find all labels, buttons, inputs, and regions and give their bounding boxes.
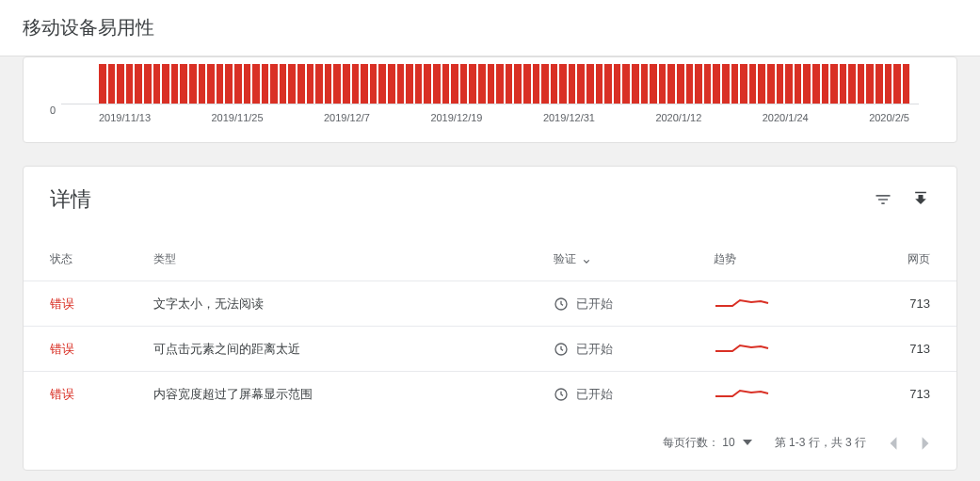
chart-bar <box>777 64 784 104</box>
column-header-validation-label: 验证 <box>554 251 576 267</box>
chart-bar <box>704 64 712 104</box>
chart-bar <box>893 64 901 104</box>
type-cell: 可点击元素之间的距离太近 <box>153 341 554 358</box>
chart-bar <box>469 64 476 104</box>
type-cell: 内容宽度超过了屏幕显示范围 <box>153 386 554 403</box>
chart-bar <box>695 64 702 104</box>
column-header-pages: 网页 <box>855 251 930 267</box>
chart-bar <box>117 64 124 104</box>
table-row[interactable]: 错误可点击元素之间的距离太近已开始713 <box>24 326 956 371</box>
chart-bar <box>604 64 612 104</box>
clock-icon <box>554 387 569 402</box>
chart-bar <box>315 64 323 104</box>
chart-bar <box>622 64 630 104</box>
table-row[interactable]: 错误内容宽度超过了屏幕显示范围已开始713 <box>24 371 956 416</box>
chart-bar <box>207 64 215 104</box>
chart-bar <box>415 64 423 104</box>
chart-bar <box>451 64 458 104</box>
validation-label: 已开始 <box>576 296 613 313</box>
chart-bar <box>577 64 585 104</box>
chart-bar <box>830 64 838 104</box>
content-container: 0 2019/11/132019/11/252019/12/72019/12/1… <box>0 56 980 471</box>
chart-bar <box>488 64 495 104</box>
chart-bar <box>659 64 667 104</box>
validation-cell: 已开始 <box>554 386 714 403</box>
chart-bar <box>424 64 431 104</box>
details-title: 详情 <box>50 185 91 214</box>
chart-bar <box>297 64 305 104</box>
filter-icon[interactable] <box>874 190 892 209</box>
chart-bar <box>252 64 260 104</box>
chart-bar <box>876 64 883 104</box>
chart-bar <box>433 64 441 104</box>
chart-bar <box>586 64 594 104</box>
pages-cell: 713 <box>855 297 930 311</box>
chevron-right-icon <box>921 436 930 451</box>
chart-bar <box>189 64 197 104</box>
chart-card: 0 2019/11/132019/11/252019/12/72019/12/1… <box>23 56 957 143</box>
x-axis-label: 2019/11/13 <box>99 112 151 123</box>
chevron-left-icon <box>889 436 898 451</box>
download-icon[interactable] <box>911 190 930 209</box>
chart-bar <box>171 64 179 104</box>
chart-bar <box>496 64 504 104</box>
chart-bar <box>514 64 522 104</box>
sparkline-icon <box>714 293 770 312</box>
chart-bar <box>551 64 558 104</box>
validation-cell: 已开始 <box>554 341 714 358</box>
trend-cell <box>714 338 855 360</box>
x-axis-label: 2020/1/24 <box>763 112 809 123</box>
column-header-status: 状态 <box>50 251 153 267</box>
sparkline-icon <box>714 383 770 402</box>
pagination-range: 第 1-3 行，共 3 行 <box>775 435 866 451</box>
previous-page-button[interactable] <box>889 436 898 451</box>
chart-bar <box>614 64 621 104</box>
table-row[interactable]: 错误文字太小，无法阅读已开始713 <box>24 281 956 326</box>
chart-bar <box>803 64 811 104</box>
column-header-trend: 趋势 <box>714 251 855 267</box>
pages-cell: 713 <box>855 387 930 401</box>
clock-icon <box>554 297 569 312</box>
chart-bar <box>749 64 757 104</box>
x-axis-label: 2019/12/31 <box>543 112 595 123</box>
table-body: 错误文字太小，无法阅读已开始713错误可点击元素之间的距离太近已开始713错误内… <box>24 281 956 416</box>
status-cell: 错误 <box>50 386 153 403</box>
chart-bar <box>569 64 576 104</box>
chart-x-axis: 2019/11/132019/11/252019/12/72019/12/192… <box>61 112 919 123</box>
validation-cell: 已开始 <box>554 296 714 313</box>
chart-bar <box>559 64 567 104</box>
chart-bar <box>885 64 892 104</box>
rows-per-page-label: 每页行数： <box>663 436 719 449</box>
chart-bar <box>641 64 649 104</box>
chart-bar <box>767 64 775 104</box>
chart-bar <box>217 64 224 104</box>
status-cell: 错误 <box>50 341 153 358</box>
chart-bar <box>822 64 829 104</box>
chart-bar <box>903 64 910 104</box>
arrow-down-icon <box>580 253 593 266</box>
chart-bar <box>533 64 540 104</box>
validation-label: 已开始 <box>576 386 613 403</box>
details-actions <box>874 190 930 209</box>
rows-per-page: 每页行数： 10 <box>663 435 752 451</box>
chart-bar <box>162 64 169 104</box>
column-header-validation[interactable]: 验证 <box>554 251 593 267</box>
chart-bar <box>758 64 765 104</box>
chart-bar <box>352 64 360 104</box>
chart-bar <box>99 64 106 104</box>
chart-bar <box>713 64 720 104</box>
chart-bars <box>61 65 919 104</box>
rows-per-page-select[interactable]: 10 <box>722 436 751 449</box>
chart-bar <box>442 64 450 104</box>
next-page-button[interactable] <box>921 436 930 451</box>
chart-bar <box>858 64 865 104</box>
x-axis-label: 2020/1/12 <box>655 112 701 123</box>
chart-bar <box>280 64 287 104</box>
chart-bar <box>506 64 513 104</box>
chart-bar <box>731 64 739 104</box>
type-cell: 文字太小，无法阅读 <box>153 296 554 313</box>
chart-bar <box>785 64 793 104</box>
trend-cell <box>714 293 855 314</box>
details-card: 详情 状态 类型 验证 趋势 <box>23 166 957 471</box>
chart-bar <box>244 64 251 104</box>
